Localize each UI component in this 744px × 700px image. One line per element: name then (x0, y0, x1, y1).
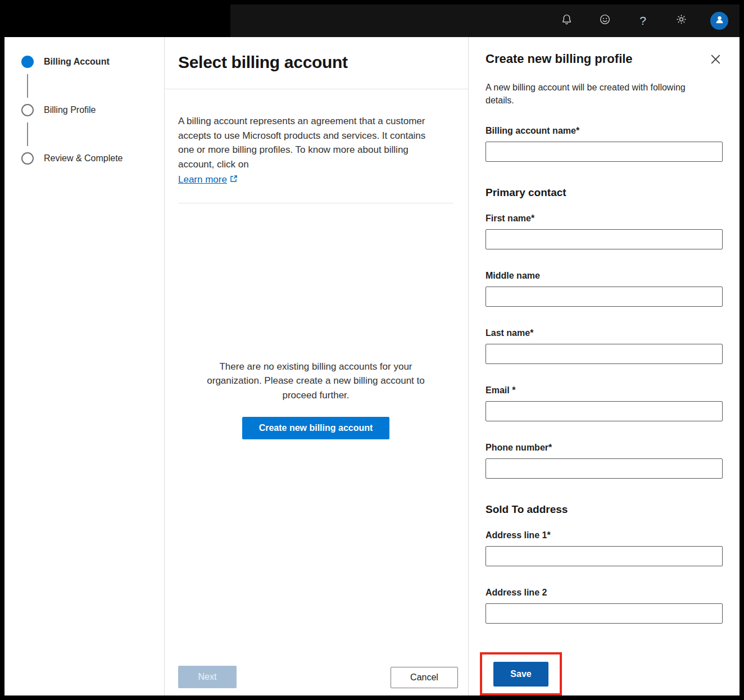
section-divider (178, 203, 453, 203)
wizard-stepper: Billing Account Billing Profile Review &… (4, 37, 165, 696)
panel-header: Create new billing profile (486, 52, 723, 66)
create-billing-profile-panel: Create new billing profile A new billing… (469, 37, 740, 696)
topbar-icon-group: ? (554, 8, 740, 33)
feedback-button[interactable] (592, 8, 617, 33)
address-line-1-label: Address line 1* (486, 530, 723, 540)
main-header: Select billing account (165, 37, 468, 89)
main-body: A billing account represents an agreemen… (165, 89, 468, 666)
learn-more-label: Learn more (178, 172, 227, 187)
create-billing-account-button[interactable]: Create new billing account (242, 417, 390, 439)
person-icon (714, 14, 725, 28)
next-button[interactable]: Next (178, 666, 237, 688)
step-review-complete[interactable]: Review & Complete (21, 152, 158, 165)
email-field: Email * (486, 385, 723, 421)
email-input[interactable] (486, 401, 723, 421)
step-label: Review & Complete (44, 153, 123, 163)
billing-account-name-field: Billing account name* (486, 126, 723, 162)
step-label: Billing Account (44, 57, 110, 67)
app-window: ? Billing Account (0, 0, 744, 700)
step-label: Billing Profile (44, 105, 96, 115)
close-panel-button[interactable] (709, 52, 723, 66)
billing-account-name-label: Billing account name* (486, 126, 723, 136)
address-line-1-input[interactable] (486, 546, 723, 566)
middle-name-field: Middle name (486, 271, 723, 307)
last-name-field: Last name* (486, 328, 723, 364)
redacted-logo-area (4, 4, 230, 37)
account-button[interactable] (707, 8, 732, 33)
last-name-label: Last name* (486, 328, 723, 338)
billing-account-name-input[interactable] (486, 142, 723, 162)
panel-intro-text: A new billing account will be created wi… (486, 81, 700, 107)
external-link-icon (230, 172, 238, 187)
step-billing-account[interactable]: Billing Account (21, 56, 158, 68)
address-line-2-field: Address line 2 (486, 588, 723, 624)
first-name-field: First name* (486, 213, 723, 249)
sold-to-address-heading: Sold To address (486, 503, 723, 516)
main-column: Select billing account A billing account… (165, 37, 469, 696)
primary-contact-heading: Primary contact (486, 187, 723, 199)
step-billing-profile[interactable]: Billing Profile (21, 104, 158, 116)
step-connector (27, 74, 28, 98)
bell-icon (561, 13, 573, 28)
top-bar: ? (4, 4, 740, 37)
question-mark-icon: ? (639, 14, 646, 28)
notifications-button[interactable] (554, 8, 579, 33)
step-connector (27, 122, 28, 146)
first-name-input[interactable] (486, 229, 723, 249)
settings-button[interactable] (669, 8, 693, 33)
content-area: Billing Account Billing Profile Review &… (4, 37, 740, 696)
middle-name-label: Middle name (486, 271, 723, 281)
billing-account-description: A billing account represents an agreemen… (178, 114, 428, 187)
email-label: Email * (486, 385, 723, 396)
address-line-2-label: Address line 2 (486, 588, 723, 598)
annotation-red-highlight: Save (480, 652, 562, 696)
address-line-1-field: Address line 1* (486, 530, 723, 566)
phone-number-label: Phone number* (486, 443, 723, 453)
middle-name-input[interactable] (486, 287, 723, 307)
panel-title: Create new billing profile (486, 52, 633, 66)
last-name-input[interactable] (486, 344, 723, 364)
first-name-label: First name* (486, 213, 723, 224)
description-text: A billing account represents an agreemen… (178, 116, 425, 170)
step-indicator-empty (21, 152, 34, 165)
close-icon (711, 57, 720, 66)
cancel-button[interactable]: Cancel (391, 667, 458, 688)
learn-more-link[interactable]: Learn more (178, 172, 238, 187)
address-line-2-input[interactable] (486, 603, 723, 624)
step-indicator-empty (21, 104, 34, 116)
empty-state-message: There are no existing billing accounts f… (192, 360, 439, 403)
phone-number-field: Phone number* (486, 443, 723, 479)
save-button[interactable]: Save (493, 662, 548, 687)
gear-icon (675, 13, 687, 28)
avatar (710, 12, 728, 30)
main-footer: Next Cancel (165, 666, 468, 696)
step-indicator-filled (21, 56, 34, 68)
page-title: Select billing account (178, 53, 455, 72)
panel-footer: Save (480, 652, 562, 696)
help-button[interactable]: ? (630, 8, 655, 33)
smiley-icon (599, 13, 611, 28)
phone-number-input[interactable] (486, 458, 723, 479)
empty-state: There are no existing billing accounts f… (178, 360, 453, 440)
